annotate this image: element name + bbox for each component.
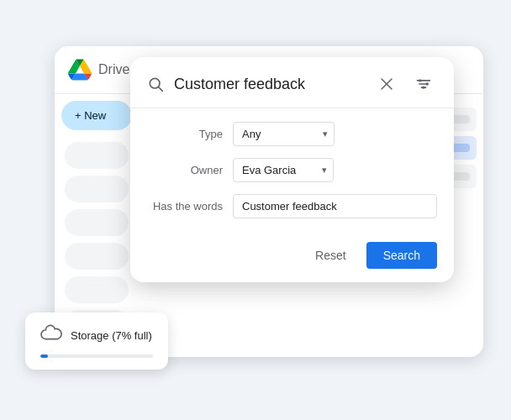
search-icon <box>147 76 164 92</box>
svg-point-7 <box>419 79 421 81</box>
search-dialog-header: Customer feedback <box>130 57 454 108</box>
words-label: Has the words <box>147 200 223 213</box>
drive-logo-icon <box>68 58 92 81</box>
search-dialog-body: Type Any Documents Spreadsheets Presenta… <box>130 108 454 232</box>
svg-point-8 <box>426 82 429 85</box>
storage-card: Storage (7% full) <box>25 312 168 370</box>
type-filter-row: Type Any Documents Spreadsheets Presenta… <box>147 122 437 146</box>
owner-filter-row: Owner Anyone Eva Garcia Not me <box>147 158 437 182</box>
type-select[interactable]: Any Documents Spreadsheets Presentations… <box>233 122 335 146</box>
storage-bar-track <box>40 354 153 358</box>
sidebar-item <box>65 142 129 169</box>
owner-label: Owner <box>147 164 223 176</box>
filter-options-button[interactable] <box>410 71 437 97</box>
new-button[interactable]: + New <box>61 101 132 130</box>
type-label: Type <box>147 128 223 140</box>
sidebar-item <box>65 176 129 202</box>
filter-icon <box>415 76 432 92</box>
search-query-title: Customer feedback <box>174 76 363 93</box>
storage-bar-fill <box>40 354 48 358</box>
sidebar-item <box>65 209 129 236</box>
storage-text: Storage (7% full) <box>71 329 152 342</box>
search-button[interactable]: Search <box>366 242 437 269</box>
type-select-wrapper: Any Documents Spreadsheets Presentations… <box>233 122 335 146</box>
words-input[interactable] <box>233 194 437 218</box>
sidebar-item <box>65 276 129 303</box>
cloud-svg-icon <box>40 324 62 341</box>
close-button[interactable] <box>373 71 400 97</box>
reset-button[interactable]: Reset <box>302 242 360 269</box>
cloud-icon <box>40 324 62 346</box>
owner-select[interactable]: Anyone Eva Garcia Not me <box>233 158 334 182</box>
svg-line-1 <box>159 87 163 92</box>
owner-select-wrapper: Anyone Eva Garcia Not me <box>233 158 334 182</box>
words-filter-row: Has the words <box>147 194 437 218</box>
search-dialog-footer: Reset Search <box>130 232 454 282</box>
close-icon <box>379 76 394 92</box>
search-dialog: Customer feedback Type Any <box>130 57 454 282</box>
svg-point-9 <box>422 87 424 89</box>
drive-title: Drive <box>98 62 129 77</box>
sidebar-item <box>65 243 129 270</box>
storage-header: Storage (7% full) <box>40 324 153 346</box>
